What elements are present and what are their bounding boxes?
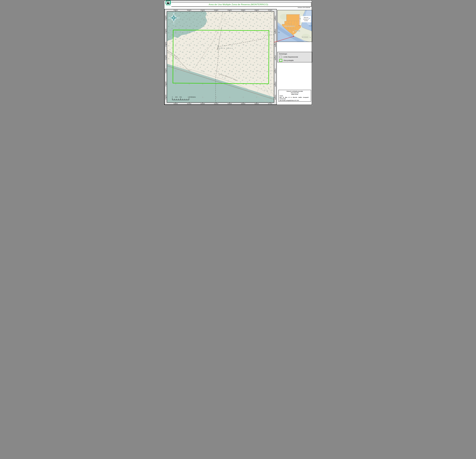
grid-tick bbox=[256, 11, 257, 11]
scale-0: 0 bbox=[172, 96, 173, 98]
sea-label-gu: Gu bbox=[309, 18, 310, 19]
san-salvador-label: San Salvador bbox=[302, 36, 308, 38]
grid-tick bbox=[274, 58, 275, 58]
grid-tick bbox=[216, 11, 216, 11]
conap-logo: CONAP bbox=[165, 0, 171, 7]
scale-061: 0.61 bbox=[179, 96, 182, 98]
inset-locator-map: B Diferendo territorial no resuelto Guat… bbox=[277, 10, 312, 42]
note-line-2: territorial no bbox=[303, 18, 309, 20]
legend-item-label: Límite Departamental bbox=[283, 56, 298, 58]
compass-s: S bbox=[173, 23, 174, 25]
depth-label: 721 bbox=[278, 32, 280, 33]
map-sheet: 5000005000005010005010005020005020005030… bbox=[164, 9, 277, 105]
credit-line: Base de datos de la Dirección Análisis G… bbox=[280, 97, 310, 98]
department-label: SANTA ROSA bbox=[217, 47, 233, 49]
inset-map-image: B Diferendo territorial no resuelto Guat… bbox=[278, 10, 312, 42]
sea-label-hond: Hond bbox=[309, 25, 312, 26]
conap-logo-label: CONAP bbox=[165, 5, 171, 6]
credit-line: Proyección GTM bbox=[280, 92, 310, 93]
grid-tick bbox=[203, 11, 203, 11]
guatemala-country-label: Guatemala bbox=[284, 25, 295, 27]
compass-o: O bbox=[168, 17, 169, 19]
grid-tick bbox=[230, 11, 230, 11]
note-line-3: resuelto bbox=[304, 20, 308, 21]
page-title: Area de Uso Multiple Zona de Reserva (MO… bbox=[166, 2, 311, 7]
map-canvas: SANTA ROSA Monterico de Iztapa - Monterr… bbox=[167, 11, 274, 103]
header: Area de Uso Multiple Zona de Reserva (MO… bbox=[166, 2, 311, 7]
guatemala-city-label: Guatemala bbox=[295, 30, 300, 31]
grid-tick bbox=[216, 103, 216, 103]
map-document-page: Area de Uso Multiple Zona de Reserva (MO… bbox=[164, 0, 312, 105]
grid-tick bbox=[166, 58, 167, 58]
departmental-limit-swatch-icon bbox=[279, 56, 282, 58]
honduras-label-fragment: H o bbox=[310, 37, 312, 38]
grid-tick bbox=[274, 97, 275, 97]
conap-monkey-icon bbox=[165, 0, 171, 5]
grid-tick bbox=[274, 18, 275, 18]
belize-label-fragment: B bbox=[300, 18, 301, 19]
san-salvador-dot bbox=[301, 38, 302, 39]
grid-tick bbox=[203, 103, 203, 103]
guatemala-city-dot bbox=[293, 32, 294, 32]
credit-line: Base de datos cartografía básica IGN 201… bbox=[280, 100, 310, 101]
credits-box: Sistema de coordenadas proyectadas Proye… bbox=[279, 90, 311, 102]
compass-e: E bbox=[178, 17, 179, 19]
legend-item-label: Área protegida bbox=[284, 59, 294, 61]
protected-area-swatch-icon bbox=[279, 59, 282, 62]
compass-n: N bbox=[173, 12, 174, 14]
credit-line: CONAP 2026 bbox=[280, 98, 310, 100]
grid-tick bbox=[166, 97, 167, 97]
grid-tick bbox=[256, 103, 257, 103]
legend-item-limite-departamental: Límite Departamental bbox=[279, 56, 312, 58]
credit-line: Sistema de coordenadas proyectadas bbox=[280, 91, 310, 92]
scale-031: 0.31 bbox=[175, 96, 178, 98]
note-line-1: Diferendo bbox=[304, 17, 308, 18]
credit-line: Fuente: bbox=[280, 95, 310, 97]
document-id: DAGeos-204-2026-BS bbox=[298, 7, 310, 8]
map-image: SANTA ROSA Monterico de Iztapa - Monterr… bbox=[167, 12, 274, 102]
sea-label-o: o bbox=[310, 20, 311, 21]
monterrico-location-marker bbox=[293, 36, 294, 37]
legend: Simbología Límite Departamental Área pro… bbox=[277, 52, 312, 62]
grid-tick bbox=[274, 84, 275, 84]
grid-tick bbox=[176, 103, 176, 103]
legend-title: Simbología bbox=[279, 53, 312, 55]
grid-tick bbox=[166, 18, 167, 18]
grid-tick bbox=[243, 11, 243, 11]
credit-line: Datum WGS84 bbox=[280, 93, 310, 95]
grid-tick bbox=[243, 103, 243, 103]
grid-tick bbox=[176, 11, 176, 11]
grid-tick bbox=[230, 103, 230, 103]
grid-tick bbox=[166, 84, 167, 84]
legend-item-area-protegida: Área protegida bbox=[279, 59, 312, 62]
scale-123: 1.23 Kilómetros bbox=[188, 96, 196, 98]
